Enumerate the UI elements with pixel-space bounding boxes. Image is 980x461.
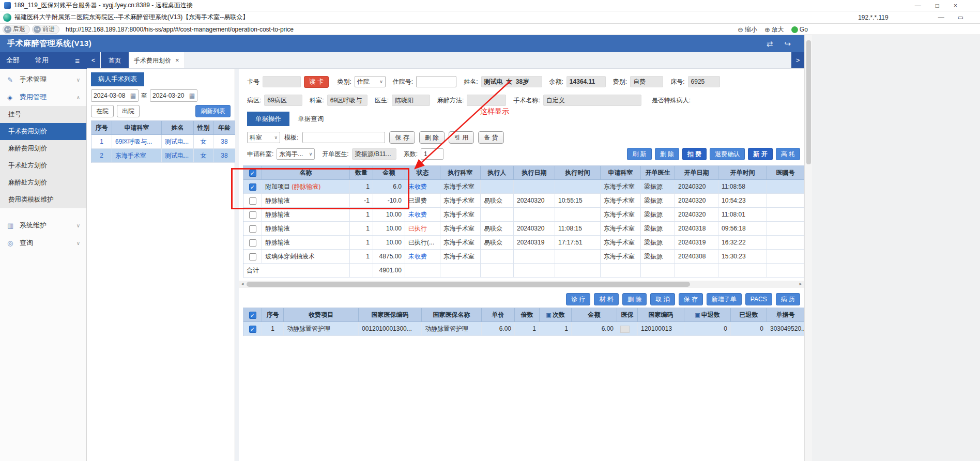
column-header: 开单时间 xyxy=(718,166,767,180)
tab-document-operate[interactable]: 单据操作 xyxy=(247,112,289,126)
charge-row[interactable]: 静脉输液110.00已执行(...东海手术室易联众2024031917:17:5… xyxy=(243,236,804,250)
sidebar-group-surgery[interactable]: ✎ 手术管理 ∨ xyxy=(0,71,86,88)
charge-row[interactable]: 玻璃体穿刺抽液术14875.00未收费东海手术室东海手术室梁振源20240308… xyxy=(243,250,804,264)
minimize-icon[interactable]: — xyxy=(915,2,921,9)
refund-confirm-button[interactable]: 退费确认 xyxy=(710,148,745,160)
add-sub-order-button[interactable]: 新增子单 xyxy=(707,293,742,305)
detail-row[interactable]: ✓1动静脉置管护理0012010001300...动静脉置管护理6.00116.… xyxy=(243,322,804,336)
panel-splitter[interactable] xyxy=(235,69,239,461)
select-all-checkbox[interactable]: ✓ xyxy=(249,312,256,319)
patient-row[interactable]: 2东海手术室测试电...女38 xyxy=(91,149,235,163)
sidebar-tab-common[interactable]: 常用 xyxy=(35,56,49,65)
high-cost-button[interactable]: 高 耗 xyxy=(776,148,800,160)
sidebar-group-query[interactable]: ◎ 查询 ∨ xyxy=(0,234,86,252)
vertical-scrollbar[interactable] xyxy=(804,35,812,461)
charge-row[interactable]: 静脉输液-1-10.0已退费东海手术室易联众2024032010:55:15东海… xyxy=(243,194,804,208)
row-checkbox[interactable] xyxy=(249,239,256,247)
scroll-left-icon[interactable]: ◄ xyxy=(239,281,246,288)
patient-row[interactable]: 169区呼吸与...测试电...女38 xyxy=(91,135,235,149)
sidebar-group-fee[interactable]: ◈ 费用管理 ∧ xyxy=(0,88,86,106)
sidebar-item-anesthesia-pricing[interactable]: 麻醉费用划价 xyxy=(0,140,86,157)
cancel-button[interactable]: 取 消 xyxy=(650,293,675,305)
patient-list-title[interactable]: 病人手术列表 xyxy=(91,72,144,86)
dept-type-select[interactable]: 科室 ∨ xyxy=(247,132,280,143)
maximize-icon[interactable]: □ xyxy=(936,2,939,9)
charge-row[interactable]: 静脉输液110.00未收费东海手术室东海手术室梁振源2024032011:08:… xyxy=(243,208,804,222)
new-open-button[interactable]: 新 开 xyxy=(748,148,772,160)
medical-record-button[interactable]: 病 历 xyxy=(776,293,800,305)
zoom-in-button[interactable]: ⊕ 放大 xyxy=(764,25,784,34)
save-detail-button[interactable]: 保 存 xyxy=(679,293,703,305)
material-button[interactable]: 材 料 xyxy=(594,293,618,305)
zoom-out-button[interactable]: ⊖ 缩小 xyxy=(738,25,757,34)
tab-scroll-left[interactable]: < xyxy=(87,52,100,68)
sidebar-tab-all[interactable]: 全部 xyxy=(6,56,20,65)
delete-button[interactable]: 删 除 xyxy=(419,131,445,144)
calendar-icon[interactable]: ▦ xyxy=(189,92,195,99)
sidebar-item-operation-pricing[interactable]: 手术费用划价 xyxy=(0,123,86,140)
tab-document-query[interactable]: 单据查询 xyxy=(289,112,332,126)
admission-input[interactable] xyxy=(416,76,456,87)
read-card-button[interactable]: 读 卡 xyxy=(304,76,329,88)
detail-table-body: ✓1动静脉置管护理0012010001300...动静脉置管护理6.00116.… xyxy=(243,322,804,336)
pacs-button[interactable]: PACS xyxy=(745,293,772,305)
row-checkbox[interactable] xyxy=(249,225,256,233)
charge-table-head: ✓名称数量金额状态执行科室执行人执行日期执行时间申请科室开单医生开单日期开单时间… xyxy=(243,166,804,180)
close-icon[interactable]: × xyxy=(954,2,957,9)
sidebar-item-operation-prescription[interactable]: 手术处方划价 xyxy=(0,157,86,174)
url-text[interactable]: http://192.168.189.187:8000/his-ss/app/#… xyxy=(66,26,294,33)
go-button[interactable]: Go xyxy=(791,26,808,33)
logout-icon[interactable]: ↪ xyxy=(784,39,791,49)
tab-scroll-right[interactable]: > xyxy=(791,52,804,68)
calendar-icon[interactable]: ▦ xyxy=(130,92,136,99)
save-button[interactable]: 保 存 xyxy=(389,131,415,144)
back-button[interactable]: ↩ 后退 xyxy=(3,25,30,34)
patient-table-body: 169区呼吸与...测试电...女382东海手术室测试电...女38 xyxy=(91,135,235,163)
row-checkbox[interactable] xyxy=(249,253,256,260)
horizontal-scrollbar[interactable]: ◄ ► xyxy=(239,281,804,288)
select-all-checkbox[interactable]: ✓ xyxy=(249,170,256,177)
sidebar-group-system[interactable]: ▥ 系统维护 ∨ xyxy=(0,217,86,234)
in-hospital-button[interactable]: 在院 xyxy=(91,105,114,117)
refresh-button[interactable]: 刷 新 xyxy=(627,148,651,160)
restore-icon[interactable]: ▭ xyxy=(958,14,963,21)
charge-row[interactable]: ✓附加项目 (静脉输液)16.0未收费东海手术室东海手术室梁振源20240320… xyxy=(243,180,804,194)
scrollbar-thumb[interactable] xyxy=(247,282,690,287)
date-from-input[interactable]: 2024-03-08 ▦ xyxy=(91,89,139,102)
column-header: 执行人 xyxy=(481,166,514,180)
tab-close-icon[interactable]: × xyxy=(175,52,179,69)
sidebar-item-registration[interactable]: 挂号 xyxy=(0,106,86,123)
charge-button[interactable]: 扣 费 xyxy=(682,148,707,160)
row-checkbox[interactable]: ✓ xyxy=(249,183,256,191)
forward-button[interactable]: ↪ 前进 xyxy=(32,25,59,34)
menu-icon[interactable]: ≡ xyxy=(75,56,80,65)
row-checkbox[interactable] xyxy=(249,197,256,205)
row-checkbox[interactable]: ✓ xyxy=(249,326,256,333)
template-input[interactable] xyxy=(302,132,385,143)
minimize-icon[interactable]: — xyxy=(938,14,944,21)
factor-input[interactable]: 1 xyxy=(421,148,443,160)
date-to-input[interactable]: 2024-03-20 ▦ xyxy=(150,89,197,102)
delete-charge-button[interactable]: 删 除 xyxy=(655,148,679,160)
apply-dept-select[interactable]: 东海手... ∨ xyxy=(277,148,315,160)
plugin-icon[interactable]: ⇄ xyxy=(767,39,773,49)
tab-home[interactable]: 首页 xyxy=(101,52,129,68)
row-checkbox[interactable] xyxy=(249,211,256,219)
diagnosis-button[interactable]: 诊 疗 xyxy=(566,293,590,305)
quote-button[interactable]: 引 用 xyxy=(449,131,474,144)
chevron-down-icon: ∨ xyxy=(309,151,313,157)
type-select[interactable]: 住院 ∨ xyxy=(355,76,386,87)
total-amount-cell: 4901.00 xyxy=(373,264,405,278)
stock-button[interactable]: 备 货 xyxy=(478,131,503,144)
charge-row[interactable]: 静脉输液110.00已执行东海手术室易联众2024032011:08:15东海手… xyxy=(243,222,804,236)
column-header: ▣次数 xyxy=(540,308,572,322)
delete-detail-button[interactable]: 删 除 xyxy=(622,293,647,305)
sidebar-item-anesthesia-prescription[interactable]: 麻醉处方划价 xyxy=(0,174,86,191)
refresh-list-button[interactable]: 刷新列表 xyxy=(195,105,231,117)
scrollbar-thumb[interactable] xyxy=(806,40,811,164)
scroll-right-icon[interactable]: ► xyxy=(797,281,804,288)
tab-operation-pricing[interactable]: 手术费用划价 × xyxy=(129,52,185,68)
sidebar-item-fee-template[interactable]: 费用类模板维护 xyxy=(0,191,86,208)
out-hospital-button[interactable]: 出院 xyxy=(117,105,140,117)
card-field[interactable] xyxy=(263,76,301,87)
